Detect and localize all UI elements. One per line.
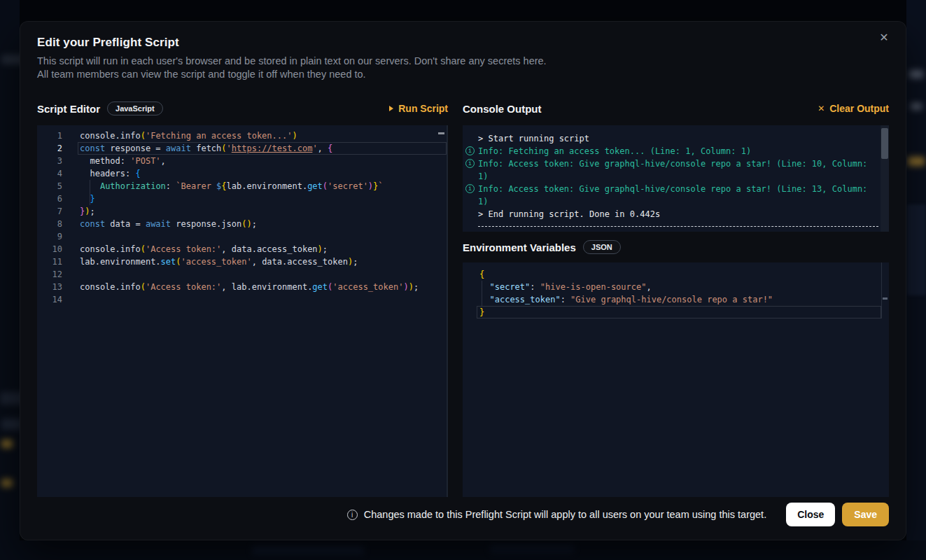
line-number: 3 xyxy=(37,155,62,167)
editor-code-line[interactable]: 1console.info('Fetching an access token.… xyxy=(37,130,447,142)
run-script-label: Run Script xyxy=(398,103,448,114)
code-token: { xyxy=(221,181,226,191)
backdrop-bottom-strip xyxy=(0,540,926,560)
editor-code-line[interactable]: 2const response = await fetch('https://t… xyxy=(37,142,447,155)
env-code-line[interactable]: "secret": "hive-is-open-source", xyxy=(463,281,889,293)
code-content: method: 'POST', xyxy=(80,155,166,167)
info-icon: i xyxy=(465,184,475,193)
code-token: () xyxy=(241,219,251,229)
code-token: ( xyxy=(323,181,328,191)
code-token: 'access_token' xyxy=(181,257,252,267)
code-content: } xyxy=(80,192,95,205)
console-line-text: > End running script. Done in 0.442s xyxy=(478,208,878,220)
editor-overview-marker xyxy=(438,132,444,134)
editor-code-line[interactable]: 10console.info('Access token:', data.acc… xyxy=(37,243,447,255)
modal-description-line-2: All team members can view the script and… xyxy=(37,68,889,81)
close-button[interactable]: Close xyxy=(786,503,835,526)
console-line: > End running script. Done in 0.442s xyxy=(465,208,878,220)
code-token: ( xyxy=(141,282,146,292)
editor-code-line[interactable]: 4 headers: { xyxy=(37,167,447,180)
env-code-line[interactable]: } xyxy=(463,306,889,318)
code-token: 'POST' xyxy=(130,156,160,166)
env-code-line[interactable]: "access_token": "Give graphql-hive/conso… xyxy=(463,293,889,306)
editor-code-line[interactable]: 5 Authorization: `Bearer ${lab.environme… xyxy=(37,180,447,192)
editor-code-line[interactable]: 13console.info('Access token:', lab.envi… xyxy=(37,281,447,293)
console-line: iInfo: Access token: Give graphql-hive/c… xyxy=(465,183,878,208)
backdrop-blur-shape xyxy=(490,545,574,553)
clear-output-button[interactable]: ✕ Clear Output xyxy=(818,103,889,114)
editor-code-line[interactable]: 8const data = await response.json(); xyxy=(37,218,447,230)
code-token: { xyxy=(328,144,332,153)
editor-code-line[interactable]: 7}); xyxy=(37,205,447,218)
code-token: "secret" xyxy=(489,282,530,292)
backdrop-blur-shape xyxy=(1,479,13,487)
line-number: 9 xyxy=(37,230,62,243)
code-token: , xyxy=(161,156,166,166)
indent-guide xyxy=(90,180,90,205)
code-token: console.info xyxy=(80,244,141,254)
editor-code-line[interactable]: 9 xyxy=(37,230,447,243)
backdrop-blur-shape xyxy=(908,157,925,166)
code-token: : xyxy=(530,282,540,292)
code-token: 'Access token:' xyxy=(146,244,221,254)
code-content: console.info('Fetching an access token..… xyxy=(80,130,297,142)
editor-code-line[interactable]: 3 method: 'POST', xyxy=(37,155,447,167)
line-number: 12 xyxy=(37,268,62,281)
info-icon: i xyxy=(465,159,475,168)
preflight-script-modal: ✕ Edit your Preflight Script This script… xyxy=(20,21,906,540)
info-icon: i xyxy=(465,146,475,155)
code-token: await xyxy=(146,219,171,229)
code-token: ; xyxy=(323,244,328,254)
code-content: headers: { xyxy=(80,167,141,180)
code-token: { xyxy=(135,169,140,178)
backdrop-blur-shape xyxy=(907,204,926,295)
code-token: ` xyxy=(378,181,383,191)
code-token: ) xyxy=(409,282,414,292)
line-number: 4 xyxy=(37,167,62,180)
code-token xyxy=(80,194,90,204)
environment-variables-editor[interactable]: { "secret": "hive-is-open-source", "acce… xyxy=(463,262,889,497)
code-token: data.access_token xyxy=(262,257,348,267)
line-number: 6 xyxy=(37,192,62,205)
console-line-text: Info: Fetching an access token... (Line:… xyxy=(478,145,878,158)
line-number: 11 xyxy=(37,255,62,268)
close-icon[interactable]: ✕ xyxy=(878,31,890,44)
console-separator xyxy=(478,226,878,227)
console-scrollbar-thumb[interactable] xyxy=(881,128,888,159)
code-token: , xyxy=(318,144,328,153)
code-token: 'secret' xyxy=(328,181,368,191)
code-token: const xyxy=(80,144,105,153)
code-token: ( xyxy=(176,257,181,267)
code-token: { xyxy=(479,270,484,279)
format-badge: JSON xyxy=(583,240,621,254)
code-token: ) xyxy=(318,244,323,254)
footer-note-text: Changes made to this Preflight Script wi… xyxy=(364,509,766,520)
info-icon: i xyxy=(347,510,358,520)
footer-note: i Changes made to this Preflight Script … xyxy=(347,509,766,520)
code-token: "Give graphql-hive/console repo a star!" xyxy=(570,295,773,304)
code-token: 'access_token' xyxy=(332,282,403,292)
editor-code-line[interactable]: 6 } xyxy=(37,192,447,205)
code-content: console.info('Access token:', lab.enviro… xyxy=(80,281,419,293)
save-button[interactable]: Save xyxy=(842,503,889,526)
code-token: set xyxy=(161,257,176,267)
clear-icon: ✕ xyxy=(818,104,825,113)
modal-title: Edit your Preflight Script xyxy=(37,36,889,50)
backdrop-blur-shape xyxy=(1,440,13,448)
backdrop-blur-shape xyxy=(911,103,922,110)
editor-code-line[interactable]: 11lab.environment.set('access_token', da… xyxy=(37,255,447,268)
console-output: > Start running scriptiInfo: Fetching an… xyxy=(463,125,889,232)
line-number: 10 xyxy=(37,243,62,255)
code-token: const xyxy=(80,219,105,229)
code-content: Authorization: `Bearer ${lab.environment… xyxy=(80,180,384,192)
code-token: lab.environment. xyxy=(232,282,313,292)
line-number: 14 xyxy=(37,293,62,306)
run-script-button[interactable]: Run Script xyxy=(389,103,448,114)
environment-variables-heading: Environment Variables xyxy=(463,241,576,253)
env-code-line[interactable]: { xyxy=(463,268,889,281)
script-editor-heading: Script Editor xyxy=(37,103,100,115)
code-content: const response = await fetch('https://te… xyxy=(80,142,332,155)
editor-code-line[interactable]: 14 xyxy=(37,293,447,306)
editor-code-line[interactable]: 12 xyxy=(37,268,447,281)
script-editor[interactable]: 1console.info('Fetching an access token.… xyxy=(37,125,448,497)
